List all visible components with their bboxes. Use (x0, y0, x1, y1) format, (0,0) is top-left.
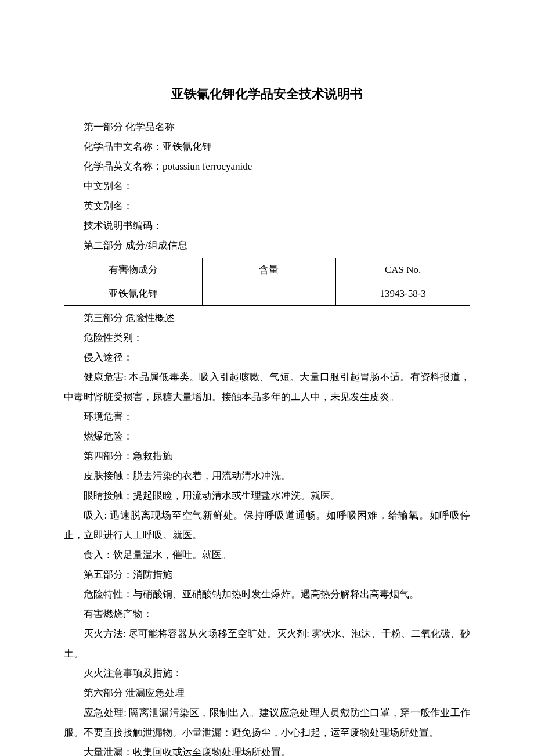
explosion-hazard: 燃爆危险： (64, 427, 470, 447)
env-hazard: 环境危害： (64, 407, 470, 427)
emergency-handling: 应急处理: 隔离泄漏污染区，限制出入。建议应急处理人员戴防尘口罩，穿一般作业工作… (64, 703, 470, 743)
table-cell-content (202, 282, 336, 306)
english-name-label: 化学品英文名称： (84, 161, 163, 172)
document-title: 亚铁氰化钾化学品安全技术说明书 (64, 81, 470, 107)
table-header-cas: CAS No. (336, 258, 470, 282)
table-header-content: 含量 (202, 258, 336, 282)
chinese-name: 化学品中文名称：亚铁氰化钾 (64, 137, 470, 157)
composition-table: 有害物成分 含量 CAS No. 亚铁氰化钾 13943-58-3 (64, 258, 470, 306)
inhalation: 吸入: 迅速脱离现场至空气新鲜处。保持呼吸道通畅。如呼吸困难，给输氧。如呼吸停止… (64, 506, 470, 545)
entry-route: 侵入途径： (64, 348, 470, 368)
chinese-alias: 中文别名： (64, 177, 470, 196)
eye-contact: 眼睛接触：提起眼睑，用流动清水或生理盐水冲洗。就医。 (64, 486, 470, 506)
section3-heading: 第三部分 危险性概述 (64, 308, 470, 328)
document-page: 亚铁氰化钾化学品安全技术说明书 第一部分 化学品名称 化学品中文名称：亚铁氰化钾… (0, 0, 534, 756)
table-header-component: 有害物成分 (64, 258, 203, 282)
english-name-value: potassiun ferrocyanide (163, 161, 252, 172)
section6-heading: 第六部分 泄漏应急处理 (64, 683, 470, 703)
section5-heading: 第五部分：消防措施 (64, 565, 470, 585)
table-cell-component: 亚铁氰化钾 (64, 282, 203, 306)
english-name-line: 化学品英文名称：potassiun ferrocyanide (64, 157, 470, 177)
section2-heading: 第二部分 成分/组成信息 (64, 236, 470, 255)
health-hazard: 健康危害: 本品属低毒类。吸入引起咳嗽、气短。大量口服引起胃肠不适。有资料报道，… (64, 368, 470, 407)
manual-number: 技术说明书编码： (64, 216, 470, 236)
skin-contact: 皮肤接触：脱去污染的衣着，用流动清水冲洗。 (64, 466, 470, 486)
section1-heading: 第一部分 化学品名称 (64, 117, 470, 137)
large-leak: 大量泄漏：收集回收或运至废物处理场所处置。 (64, 743, 470, 756)
combustion-products: 有害燃烧产物： (64, 604, 470, 624)
hazard-characteristics: 危险特性：与硝酸铜、亚硝酸钠加热时发生爆炸。遇高热分解释出高毒烟气。 (64, 585, 470, 604)
extinguish-method: 灭火方法: 尽可能将容器从火场移至空旷处。灭火剂: 雾状水、泡沫、干粉、二氧化碳… (64, 624, 470, 664)
table-header-row: 有害物成分 含量 CAS No. (64, 258, 470, 282)
ingestion: 食入：饮足量温水，催吐。就医。 (64, 545, 470, 565)
hazard-class: 危险性类别： (64, 328, 470, 348)
section4-heading: 第四部分：急救措施 (64, 447, 470, 466)
table-row: 亚铁氰化钾 13943-58-3 (64, 282, 470, 306)
table-cell-cas: 13943-58-3 (336, 282, 470, 306)
extinguish-note: 灭火注意事项及措施： (64, 664, 470, 683)
english-alias: 英文别名： (64, 196, 470, 216)
